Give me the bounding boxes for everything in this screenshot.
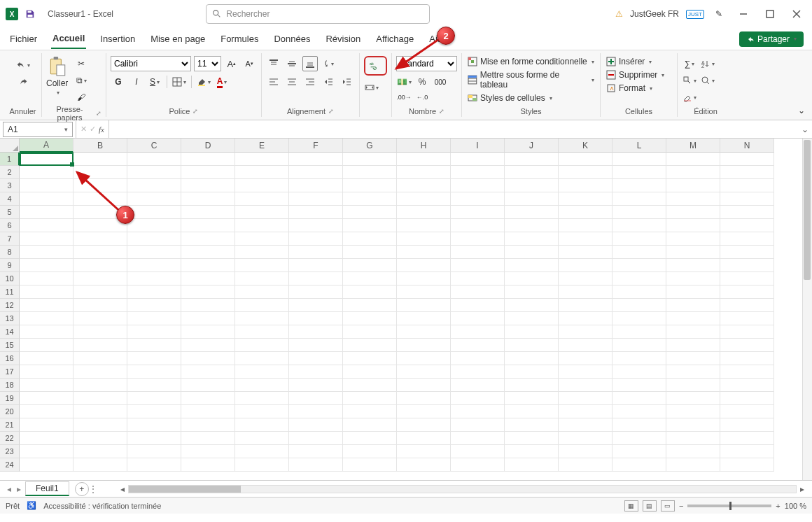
select-all-corner[interactable] [0, 139, 20, 153]
row-header-16[interactable]: 16 [0, 352, 20, 365]
number-format-select[interactable]: Standard [396, 56, 457, 71]
cell[interactable] [235, 458, 289, 472]
cell[interactable] [289, 379, 343, 392]
cell[interactable] [612, 192, 666, 206]
cell[interactable] [127, 432, 181, 445]
cell[interactable] [559, 325, 612, 339]
cell[interactable] [451, 179, 505, 192]
format-as-table-button[interactable]: Mettre sous forme de tableau▾ [466, 69, 596, 90]
cell[interactable] [20, 418, 74, 432]
cell[interactable] [720, 458, 774, 472]
cell[interactable] [20, 285, 74, 299]
cell[interactable] [397, 312, 451, 325]
cell[interactable] [397, 219, 451, 232]
zoom-out-button[interactable]: − [679, 502, 683, 510]
cell[interactable] [559, 352, 612, 365]
cell[interactable] [612, 299, 666, 312]
zoom-in-button[interactable]: + [776, 502, 780, 510]
cell[interactable] [397, 458, 451, 472]
cell[interactable] [181, 219, 235, 232]
borders-button[interactable]: ▾ [172, 74, 187, 90]
cell[interactable] [612, 312, 666, 325]
cell[interactable] [20, 445, 74, 458]
cell[interactable] [666, 325, 720, 339]
cell[interactable] [289, 166, 343, 179]
comma-style-button[interactable]: 000 [433, 74, 448, 90]
normal-view-button[interactable]: ▦ [624, 500, 638, 512]
cell[interactable] [20, 352, 74, 365]
cell[interactable] [289, 392, 343, 405]
cell[interactable] [397, 352, 451, 365]
cell[interactable] [505, 259, 559, 272]
cell[interactable] [451, 312, 505, 325]
cell[interactable] [20, 246, 74, 259]
cell[interactable] [451, 379, 505, 392]
cell[interactable] [20, 179, 74, 192]
expand-formula-bar[interactable]: ⌄ [798, 125, 812, 134]
tab-mise-en-page[interactable]: Mise en page [149, 29, 206, 48]
cell[interactable] [612, 405, 666, 418]
decrease-decimal-button[interactable]: ←.0 [414, 90, 430, 105]
row-header-17[interactable]: 17 [0, 365, 20, 379]
cell[interactable] [20, 299, 74, 312]
cell[interactable] [181, 458, 235, 472]
font-family-select[interactable]: Calibri [111, 56, 191, 71]
column-header-H[interactable]: H [397, 139, 451, 153]
cell[interactable] [289, 206, 343, 219]
cell[interactable] [720, 219, 774, 232]
cell[interactable] [343, 379, 397, 392]
sheet-nav-next[interactable]: ▸ [14, 484, 24, 494]
cell[interactable] [181, 352, 235, 365]
name-box[interactable]: A1▾ [3, 122, 73, 137]
cell[interactable] [343, 312, 397, 325]
column-header-A[interactable]: A [20, 139, 74, 153]
cell[interactable] [666, 272, 720, 285]
cell[interactable] [720, 325, 774, 339]
cell[interactable] [181, 272, 235, 285]
cell[interactable] [181, 325, 235, 339]
cell[interactable] [74, 166, 127, 179]
cell[interactable] [127, 312, 181, 325]
tab-revision[interactable]: Révision [324, 29, 362, 48]
cell[interactable] [235, 405, 289, 418]
cell[interactable] [612, 445, 666, 458]
cell[interactable] [181, 299, 235, 312]
cell[interactable] [720, 379, 774, 392]
cell[interactable] [289, 272, 343, 285]
cell[interactable] [451, 246, 505, 259]
cell[interactable] [612, 325, 666, 339]
cell[interactable] [397, 405, 451, 418]
tab-insertion[interactable]: Insertion [99, 29, 136, 48]
cell[interactable] [451, 232, 505, 246]
cell[interactable] [505, 272, 559, 285]
cell[interactable] [235, 179, 289, 192]
decrease-font-button[interactable]: A▾ [242, 56, 257, 71]
cell[interactable] [612, 432, 666, 445]
cell[interactable] [397, 192, 451, 206]
sheet-options-icon[interactable]: ⋮ [89, 484, 97, 494]
cell[interactable] [289, 325, 343, 339]
cell[interactable] [720, 405, 774, 418]
row-header-19[interactable]: 19 [0, 392, 20, 405]
cell[interactable] [666, 432, 720, 445]
cell[interactable] [720, 418, 774, 432]
cell[interactable] [720, 179, 774, 192]
cell[interactable] [20, 432, 74, 445]
cell[interactable] [666, 232, 720, 246]
cell[interactable] [666, 352, 720, 365]
cell[interactable] [127, 365, 181, 379]
cell[interactable] [343, 272, 397, 285]
cell[interactable] [505, 232, 559, 246]
cell[interactable] [559, 432, 612, 445]
cell[interactable] [666, 392, 720, 405]
number-launcher[interactable]: ⤢ [439, 108, 444, 115]
row-header-13[interactable]: 13 [0, 312, 20, 325]
clipboard-launcher[interactable]: ⤢ [96, 110, 102, 117]
cell[interactable] [181, 432, 235, 445]
cell[interactable] [343, 166, 397, 179]
cell[interactable] [127, 219, 181, 232]
cell[interactable] [720, 285, 774, 299]
cell[interactable] [451, 299, 505, 312]
cell[interactable] [20, 166, 74, 179]
sheet-nav-prev[interactable]: ◂ [4, 484, 14, 494]
